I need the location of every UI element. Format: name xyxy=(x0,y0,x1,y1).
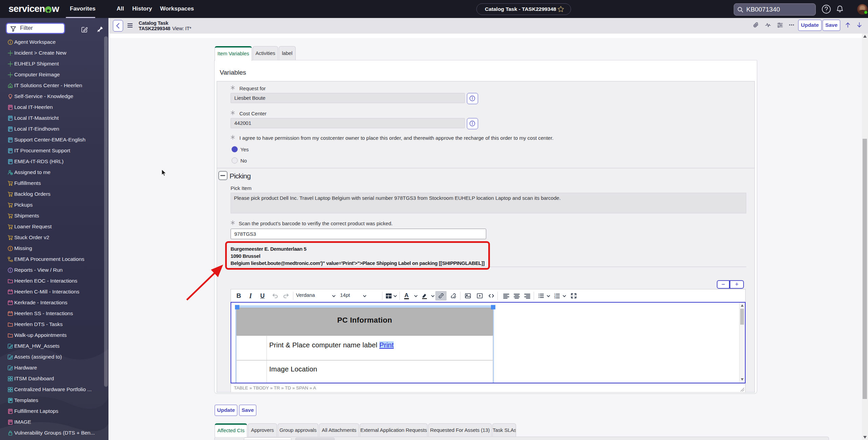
svg-text:3: 3 xyxy=(554,296,556,299)
